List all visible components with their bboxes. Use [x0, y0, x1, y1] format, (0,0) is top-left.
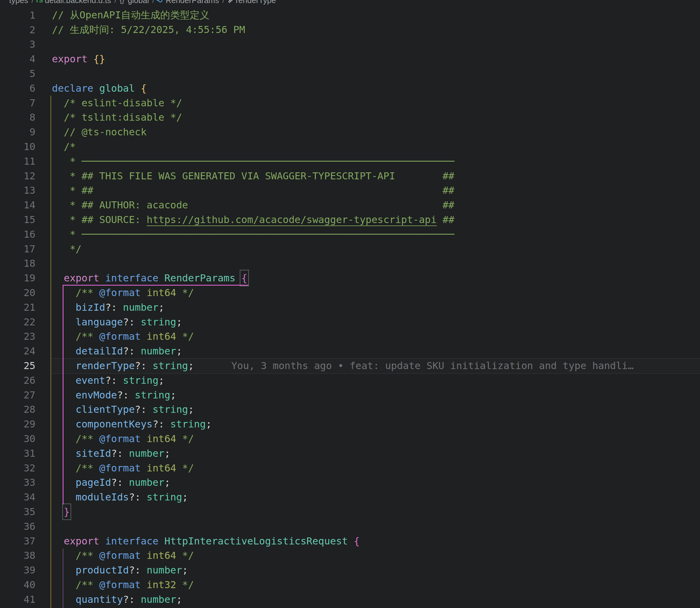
code-line[interactable]: 11 * ───────────────────────────────────… — [0, 154, 700, 169]
breadcrumb-item-detail-backend-d-ts[interactable]: /TSdetail.backend.d.ts — [32, 0, 111, 5]
line-number[interactable]: 1 — [0, 10, 35, 21]
code-line[interactable]: 3 — [0, 37, 700, 52]
code-line[interactable]: 29 componentKeys?: string; — [0, 417, 700, 432]
breadcrumb-separator: / — [152, 0, 155, 5]
line-number[interactable]: 34 — [0, 491, 35, 503]
line-number[interactable]: 3 — [0, 38, 35, 50]
line-number[interactable]: 15 — [0, 214, 35, 226]
code-line[interactable]: 18 — [0, 256, 700, 271]
line-number[interactable]: 16 — [0, 229, 35, 240]
line-number[interactable]: 35 — [0, 506, 35, 517]
code-line[interactable]: 4export {} — [0, 52, 700, 66]
code-line[interactable]: 28 clientType?: string; — [0, 402, 700, 417]
line-number[interactable]: 11 — [0, 155, 35, 167]
breadcrumb-item-rendertype[interactable]: /renderType — [222, 0, 276, 5]
code-line[interactable]: 40 /** @format int32 */ — [0, 577, 700, 592]
breadcrumb-item-global[interactable]: /{}global — [115, 0, 149, 5]
line-number[interactable]: 19 — [0, 272, 35, 284]
line-number[interactable]: 6 — [0, 82, 35, 94]
line-number[interactable]: 25 — [0, 360, 35, 372]
code-line[interactable]: 1// 从OpenAPI自动生成的类型定义 — [0, 8, 700, 23]
breadcrumb-item-types[interactable]: types — [9, 0, 28, 5]
line-number[interactable]: 38 — [0, 550, 35, 561]
code-line[interactable]: 12 * ## THIS FILE WAS GENERATED VIA SWAG… — [0, 169, 700, 183]
code-line[interactable]: 2// 生成时间: 5/22/2025, 4:55:56 PM — [0, 23, 700, 37]
line-number[interactable]: 37 — [0, 535, 35, 547]
code-line-content: export interface RenderParams { — [35, 272, 247, 284]
code-line[interactable]: 7 /* eslint-disable */ — [0, 96, 700, 110]
code-line[interactable]: 39 productId?: number; — [0, 563, 700, 577]
code-line-content: * ──────────────────────────────────────… — [35, 229, 454, 240]
code-line[interactable]: 9 // @ts-nocheck — [0, 125, 700, 139]
code-line[interactable]: 27 envMode?: string; — [0, 388, 700, 402]
line-number[interactable]: 23 — [0, 330, 35, 342]
code-line[interactable]: 34 moduleIds?: string; — [0, 490, 700, 505]
breadcrumb-label: renderType — [236, 0, 276, 5]
line-number[interactable]: 32 — [0, 462, 35, 474]
line-number[interactable]: 22 — [0, 316, 35, 328]
code-line[interactable]: 13 * ## ## — [0, 183, 700, 198]
line-number[interactable]: 10 — [0, 141, 35, 152]
line-number[interactable]: 39 — [0, 564, 35, 576]
line-number[interactable]: 9 — [0, 126, 35, 138]
line-number[interactable]: 33 — [0, 477, 35, 488]
line-number[interactable]: 24 — [0, 345, 35, 357]
breadcrumb: types/TSdetail.backend.d.ts/{}global/Ren… — [9, 0, 276, 6]
code-line[interactable]: 14 * ## AUTHOR: acacode ## — [0, 198, 700, 212]
breadcrumb-label: RenderParams — [166, 0, 219, 5]
line-number[interactable]: 21 — [0, 302, 35, 313]
line-number[interactable]: 13 — [0, 185, 35, 196]
code-line[interactable]: 32 /** @format int64 */ — [0, 461, 700, 475]
line-number[interactable]: 41 — [0, 594, 35, 605]
code-line[interactable]: 30 /** @format int64 */ — [0, 432, 700, 446]
line-number[interactable]: 31 — [0, 448, 35, 459]
line-number[interactable]: 18 — [0, 258, 35, 269]
line-number[interactable]: 7 — [0, 97, 35, 109]
code-line[interactable]: 20 /** @format int64 */ — [0, 285, 700, 300]
code-line-content: * ──────────────────────────────────────… — [35, 155, 454, 167]
code-line[interactable]: 38 /** @format int64 */ — [0, 548, 700, 563]
breadcrumb-item-renderparams[interactable]: /RenderParams — [152, 0, 219, 5]
code-line[interactable]: 23 /** @format int64 */ — [0, 329, 700, 344]
code-line[interactable]: 33 pageId?: number; — [0, 475, 700, 490]
line-number[interactable]: 40 — [0, 579, 35, 591]
code-line-content: /** @format int64 */ — [35, 462, 194, 474]
line-number[interactable]: 29 — [0, 418, 35, 430]
code-line[interactable]: 16 * ───────────────────────────────────… — [0, 227, 700, 242]
line-number[interactable]: 28 — [0, 404, 35, 415]
code-line[interactable]: 26 event?: string; — [0, 373, 700, 388]
code-line[interactable]: 22 language?: string; — [0, 315, 700, 329]
code-line-content: declare global { — [35, 82, 147, 94]
code-line[interactable]: 41 quantity?: number; — [0, 592, 700, 607]
code-line[interactable]: 17 */ — [0, 242, 700, 256]
code-line[interactable]: 8 /* tslint:disable */ — [0, 110, 700, 125]
code-line[interactable]: 36 — [0, 519, 700, 534]
code-line[interactable]: 5 — [0, 66, 700, 81]
code-line[interactable]: 19 export interface RenderParams { — [0, 271, 700, 285]
line-number[interactable]: 4 — [0, 53, 35, 65]
code-line[interactable]: 15 * ## SOURCE: https://github.com/acaco… — [0, 212, 700, 227]
line-number[interactable]: 20 — [0, 287, 35, 299]
code-editor[interactable]: 1// 从OpenAPI自动生成的类型定义2// 生成时间: 5/22/2025… — [0, 0, 700, 608]
code-line[interactable]: 35 } — [0, 505, 700, 519]
current-line-highlight — [52, 358, 700, 374]
code-line[interactable]: 6declare global { — [0, 81, 700, 96]
line-number[interactable]: 26 — [0, 375, 35, 386]
code-area[interactable]: 1// 从OpenAPI自动生成的类型定义2// 生成时间: 5/22/2025… — [0, 8, 700, 607]
line-number[interactable]: 17 — [0, 243, 35, 255]
code-line[interactable]: 10 /* — [0, 139, 700, 154]
line-number[interactable]: 14 — [0, 199, 35, 211]
line-number[interactable]: 30 — [0, 433, 35, 444]
line-number[interactable]: 27 — [0, 389, 35, 401]
line-number[interactable]: 36 — [0, 520, 35, 532]
code-line-content: siteId?: number; — [35, 448, 170, 459]
code-line[interactable]: 24 detailId?: number; — [0, 344, 700, 358]
code-line[interactable]: 31 siteId?: number; — [0, 446, 700, 461]
line-number[interactable]: 5 — [0, 68, 35, 79]
code-line-content: /** @format int32 */ — [35, 579, 194, 591]
line-number[interactable]: 8 — [0, 112, 35, 123]
code-line[interactable]: 21 bizId?: number; — [0, 300, 700, 315]
line-number[interactable]: 12 — [0, 170, 35, 182]
line-number[interactable]: 2 — [0, 24, 35, 36]
code-line[interactable]: 37 export interface HttpInteractiveLogis… — [0, 534, 700, 548]
